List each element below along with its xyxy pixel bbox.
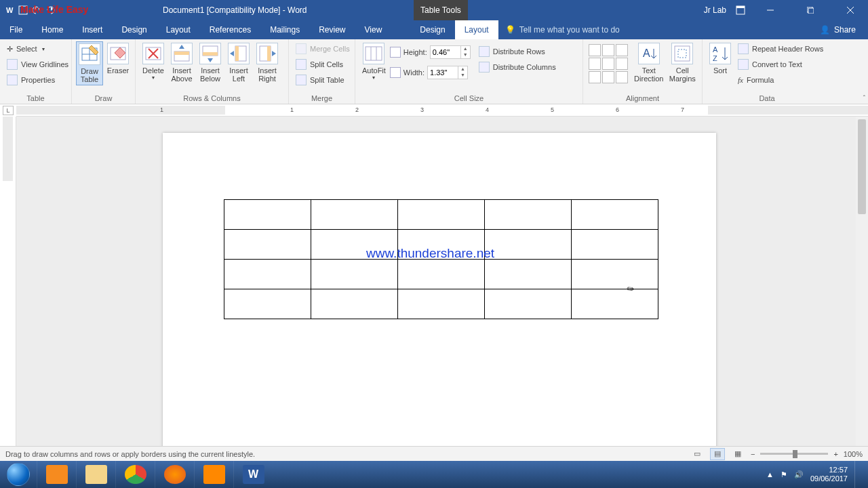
group-label-rowscols: Rows & Columns bbox=[140, 94, 284, 104]
height-down[interactable]: ▼ bbox=[460, 52, 470, 58]
tab-table-layout[interactable]: Layout bbox=[455, 20, 498, 39]
tray-up-icon[interactable]: ▲ bbox=[766, 470, 774, 479]
row-height-icon bbox=[390, 47, 401, 58]
share-button[interactable]: 👤 Share bbox=[808, 20, 868, 39]
vertical-ruler[interactable] bbox=[0, 117, 16, 461]
print-layout-button[interactable]: ▤ bbox=[710, 448, 725, 460]
zoom-level[interactable]: 100% bbox=[844, 450, 863, 458]
align-bl[interactable] bbox=[589, 71, 601, 83]
group-label-cellsize: Cell Size bbox=[359, 94, 578, 104]
align-ml[interactable] bbox=[589, 58, 601, 70]
tab-file[interactable]: File bbox=[0, 20, 32, 39]
repeat-header-icon bbox=[738, 43, 749, 54]
group-label-alignment: Alignment bbox=[587, 94, 698, 104]
tray-flag-icon[interactable]: ⚑ bbox=[781, 470, 787, 479]
svg-rect-18 bbox=[174, 52, 189, 55]
properties-icon bbox=[7, 75, 18, 85]
page[interactable]: www.thundershare.net bbox=[163, 133, 716, 461]
zoom-out-button[interactable]: − bbox=[751, 450, 755, 458]
document-canvas[interactable]: www.thundershare.net ✎ bbox=[16, 117, 868, 461]
taskbar-word[interactable]: W bbox=[233, 461, 273, 488]
zoom-in-button[interactable]: + bbox=[833, 450, 837, 458]
draw-table-button[interactable]: Draw Table bbox=[76, 41, 103, 85]
taskbar-chrome[interactable] bbox=[115, 461, 155, 488]
web-layout-button[interactable]: ▦ bbox=[730, 448, 745, 460]
split-cells-button[interactable]: Split Cells bbox=[293, 57, 353, 72]
maximize-button[interactable] bbox=[795, 0, 825, 20]
tab-selector[interactable]: L bbox=[3, 106, 14, 115]
collapse-ribbon-button[interactable]: ˆ bbox=[863, 95, 865, 102]
system-tray: ▲ ⚑ 🔊 12:57 09/06/2017 bbox=[766, 461, 868, 488]
split-table-button[interactable]: Split Table bbox=[293, 73, 353, 87]
text-direction-button[interactable]: AText Direction bbox=[632, 41, 666, 84]
tell-me-search[interactable]: 💡 Tell me what you want to do bbox=[498, 20, 627, 39]
tab-view[interactable]: View bbox=[355, 20, 392, 39]
delete-icon bbox=[142, 43, 164, 64]
eraser-button[interactable]: Eraser bbox=[104, 41, 132, 76]
tab-references[interactable]: References bbox=[200, 20, 260, 39]
distribute-rows-button[interactable]: Distribute Rows bbox=[476, 44, 559, 59]
gridlines-icon bbox=[7, 59, 18, 70]
align-br[interactable] bbox=[616, 71, 628, 83]
height-up[interactable]: ▲ bbox=[460, 46, 470, 52]
sort-button[interactable]: AZSort bbox=[707, 41, 734, 76]
delete-button[interactable]: Delete▾ bbox=[140, 41, 167, 82]
view-gridlines-button[interactable]: View Gridlines bbox=[4, 57, 71, 72]
taskbar-vlc[interactable] bbox=[194, 461, 233, 488]
tab-insert[interactable]: Insert bbox=[73, 20, 112, 39]
vertical-scrollbar[interactable] bbox=[856, 117, 868, 461]
taskbar-firefox[interactable] bbox=[155, 461, 194, 488]
align-tl[interactable] bbox=[589, 44, 601, 56]
user-name[interactable]: Jr Lab bbox=[704, 5, 726, 15]
zoom-slider-thumb[interactable] bbox=[793, 450, 797, 458]
align-mc[interactable] bbox=[602, 58, 614, 70]
insert-left-button[interactable]: Insert Left bbox=[225, 41, 252, 84]
autofit-icon bbox=[363, 43, 384, 64]
insert-right-button[interactable]: Insert Right bbox=[254, 41, 281, 84]
cell-margins-button[interactable]: Cell Margins bbox=[667, 41, 698, 84]
merge-icon bbox=[296, 43, 307, 54]
svg-rect-20 bbox=[203, 52, 218, 56]
align-bc[interactable] bbox=[602, 71, 614, 83]
start-button[interactable] bbox=[0, 461, 37, 488]
align-tr[interactable] bbox=[616, 44, 628, 56]
width-down[interactable]: ▼ bbox=[458, 73, 467, 79]
merge-cells-button[interactable]: Merge Cells bbox=[293, 41, 353, 56]
properties-button[interactable]: Properties bbox=[4, 73, 71, 87]
read-mode-button[interactable]: ▭ bbox=[690, 448, 705, 460]
tab-design[interactable]: Design bbox=[112, 20, 156, 39]
align-mr[interactable] bbox=[616, 58, 628, 70]
width-up[interactable]: ▲ bbox=[458, 66, 467, 73]
show-desktop-button[interactable] bbox=[854, 461, 864, 488]
select-button[interactable]: ✛Select▾ bbox=[4, 41, 71, 56]
taskbar-explorer[interactable] bbox=[76, 461, 115, 488]
status-bar: Drag to draw columns and rows or apply b… bbox=[0, 446, 868, 461]
ribbon-display-icon[interactable] bbox=[736, 5, 745, 15]
distribute-columns-button[interactable]: Distribute Columns bbox=[476, 60, 559, 75]
tab-table-design[interactable]: Design bbox=[410, 20, 454, 39]
autofit-button[interactable]: AutoFit▾ bbox=[359, 41, 389, 82]
repeat-header-rows-button[interactable]: Repeat Header Rows bbox=[735, 41, 826, 56]
taskbar-mediaplayer[interactable] bbox=[37, 461, 76, 488]
insert-above-button[interactable]: Insert Above bbox=[168, 41, 195, 84]
formula-button[interactable]: fxFormula bbox=[735, 73, 826, 87]
convert-to-text-button[interactable]: Convert to Text bbox=[735, 57, 826, 72]
table-row bbox=[224, 260, 658, 289]
tray-volume-icon[interactable]: 🔊 bbox=[794, 470, 804, 479]
tab-mailings[interactable]: Mailings bbox=[260, 20, 309, 39]
height-input[interactable]: ▲▼ bbox=[430, 45, 471, 59]
tab-review[interactable]: Review bbox=[309, 20, 355, 39]
insert-below-button[interactable]: Insert Below bbox=[197, 41, 224, 84]
tab-home[interactable]: Home bbox=[32, 20, 73, 39]
width-input[interactable]: ▲▼ bbox=[427, 66, 468, 79]
minimize-button[interactable] bbox=[755, 0, 785, 20]
tab-layout[interactable]: Layout bbox=[157, 20, 200, 39]
zoom-slider[interactable] bbox=[760, 453, 828, 455]
scrollbar-thumb[interactable] bbox=[858, 119, 866, 214]
group-label-table: Table bbox=[4, 94, 67, 104]
horizontal-ruler[interactable]: 1 1 2 3 4 5 6 7 bbox=[16, 104, 868, 117]
close-button[interactable] bbox=[835, 0, 865, 20]
ribbon: ✛Select▾ View Gridlines Properties Table… bbox=[0, 39, 868, 104]
align-tc[interactable] bbox=[602, 44, 614, 56]
tray-clock[interactable]: 12:57 09/06/2017 bbox=[810, 466, 848, 483]
